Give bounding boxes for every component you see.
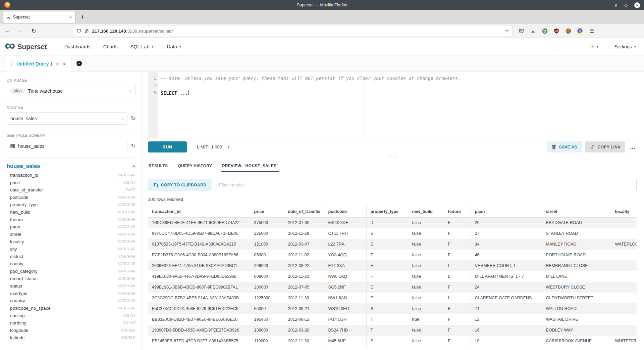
- save-as-button[interactable]: SAVE AS: [547, 141, 582, 152]
- table-header-cell-price[interactable]: price: [250, 206, 284, 217]
- table-cell: S: [366, 303, 408, 314]
- tracking-shield-icon[interactable]: [76, 29, 82, 34]
- browser-tab[interactable]: ∞ Superset ×: [3, 11, 75, 23]
- copy-link-button[interactable]: COPY LINK: [585, 141, 626, 152]
- privacy-extension-icon[interactable]: [542, 28, 548, 34]
- cookie-extension-icon[interactable]: [565, 28, 571, 34]
- table-cell: M45 6UP: [324, 336, 366, 346]
- window-minimize-button[interactable]: ∨: [614, 3, 618, 8]
- refresh-schema-icon[interactable]: ↻: [131, 116, 136, 121]
- settings-menu[interactable]: Settings ▼: [614, 44, 637, 49]
- table-cell: 2012-03-07: [284, 239, 324, 250]
- drag-handle-icon[interactable]: ⋮: [9, 61, 13, 67]
- insecure-lock-icon[interactable]: [84, 29, 89, 34]
- window-close-button[interactable]: ×: [634, 2, 640, 8]
- tab-results[interactable]: RESULTS: [148, 160, 168, 172]
- url-bar[interactable]: 217.160.120.143:32393/superset/sqllab/ ☆: [73, 26, 513, 36]
- table-cell: 138000: [250, 325, 284, 336]
- colorful-extension-icon[interactable]: [577, 28, 583, 34]
- table-cell: 1225000: [250, 293, 284, 303]
- new-tab-button[interactable]: +: [78, 12, 87, 22]
- table-cell: 195450: [250, 314, 284, 325]
- forward-button[interactable]: →: [18, 28, 23, 34]
- nav-item-data[interactable]: Data▼: [167, 44, 182, 49]
- downloads-icon[interactable]: [530, 28, 536, 34]
- chevron-down-icon: ▼: [634, 45, 637, 48]
- table-cell: T: [366, 250, 408, 260]
- filter-results-input[interactable]: [215, 179, 637, 191]
- add-query-tab-button[interactable]: +: [71, 55, 87, 71]
- table-cell: D: [366, 282, 408, 293]
- refresh-table-icon[interactable]: ↻: [131, 143, 136, 149]
- unsaved-indicator-dot: [56, 62, 59, 65]
- table-header-cell-transaction_id[interactable]: transaction_id: [148, 206, 250, 217]
- column-type: VARCHAR: [118, 254, 136, 258]
- nav-item-dashboards[interactable]: Dashboards: [64, 44, 91, 49]
- table-cell: T: [366, 325, 408, 336]
- bookmark-star-icon[interactable]: ☆: [505, 28, 509, 34]
- column-type: VARCHAR: [118, 269, 136, 273]
- chevron-up-icon[interactable]: ∧: [132, 164, 136, 169]
- table-header-cell-paon[interactable]: paon: [471, 206, 542, 217]
- schema-column-row: northingBIGINT: [7, 319, 136, 326]
- schema-column-row: record_statusVARCHAR: [7, 275, 136, 282]
- query-tab-close-icon[interactable]: ×: [63, 61, 66, 67]
- limit-dropdown[interactable]: LIMIT: 1 000 ▼: [197, 144, 230, 149]
- new-item-button[interactable]: + ▼: [591, 43, 599, 50]
- sql-editor[interactable]: 123 -- Note: Unless you save your query,…: [148, 72, 637, 138]
- table-name-link[interactable]: house_sales: [7, 163, 40, 169]
- schema-select[interactable]: house_sales ∨: [7, 112, 127, 125]
- table-header-cell-property_type[interactable]: property_type: [366, 206, 408, 217]
- schema-column-row: new_buildBOOLEAN: [7, 208, 136, 216]
- hamburger-menu-icon[interactable]: ☰: [589, 28, 595, 34]
- column-name: ppd_category: [10, 269, 38, 274]
- table-cell: BODLEY WAY: [542, 325, 611, 336]
- table-cell: [611, 271, 637, 282]
- superset-logo[interactable]: ∞ Superset: [5, 43, 47, 51]
- table-cell: 2012-08-22: [284, 260, 324, 271]
- table-select[interactable]: house_sales: [7, 140, 127, 152]
- nav-item-sql-lab[interactable]: SQL Lab▼: [130, 44, 154, 49]
- nav-menu: DashboardsChartsSQL Lab▼Data▼: [64, 44, 182, 49]
- table-row: 193907D3-5DBD-453D-A49E-9FEE27DAB9261380…: [148, 325, 637, 336]
- table-cell: F: [366, 293, 408, 303]
- table-cell: S: [366, 239, 408, 250]
- column-type: VARCHAR: [118, 291, 136, 295]
- nav-item-charts[interactable]: Charts: [103, 44, 118, 49]
- pane-resize-handle[interactable]: [142, 155, 644, 158]
- column-type: VARCHAR: [118, 203, 136, 207]
- column-name: transaction_id: [10, 173, 38, 178]
- pocket-icon[interactable]: [518, 28, 524, 34]
- more-actions-button[interactable]: ...: [629, 144, 637, 150]
- svg-text:uO: uO: [555, 30, 558, 32]
- table-header-cell-postcode[interactable]: postcode: [324, 206, 366, 217]
- column-name: easting: [10, 313, 25, 318]
- superset-brand-text: Superset: [17, 43, 47, 51]
- tab-close-icon[interactable]: ×: [69, 15, 72, 20]
- table-header-cell-tenure[interactable]: tenure: [444, 206, 471, 217]
- query-tab-active[interactable]: ⋮ Untitled Query 1 ×: [6, 56, 71, 72]
- table-cell: F: [444, 303, 471, 314]
- table-header-cell-new_build[interactable]: new_build: [408, 206, 444, 217]
- chevron-down-icon: ∨: [120, 116, 124, 121]
- table-cell: 2012-07-05: [284, 282, 324, 293]
- schema-column-row: priceBIGINT: [7, 179, 136, 186]
- copy-to-clipboard-button[interactable]: COPY TO CLIPBOARD: [148, 179, 212, 191]
- plus-icon: +: [591, 43, 595, 50]
- table-header-cell-street[interactable]: street: [542, 206, 611, 217]
- tab-query-history[interactable]: QUERY HISTORY: [177, 160, 213, 172]
- schema-column-row: date_of_transferDATE: [7, 186, 136, 193]
- table-header-cell-locality[interactable]: locality: [611, 206, 637, 217]
- table-cell: false: [408, 303, 444, 314]
- table-header-cell-date_of_transfer[interactable]: date_of_transfer: [284, 206, 324, 217]
- window-maximize-button[interactable]: ◇: [624, 3, 628, 8]
- run-button[interactable]: RUN: [148, 141, 187, 152]
- back-button[interactable]: ←: [5, 28, 10, 34]
- reload-button[interactable]: ↻: [32, 28, 36, 34]
- table-row: 98F5DC47-0D05-4D59-95B7-98CA6F1FDE052250…: [148, 228, 637, 239]
- ublock-icon[interactable]: uO: [553, 28, 559, 34]
- table-cell: 1B5C39ED-BE7F-41EF-9E71-9C60EED74A22: [148, 217, 250, 228]
- database-select[interactable]: trino Trino warehouse ∨: [7, 85, 136, 97]
- tab-preview-house_sales[interactable]: PREVIEW: `HOUSE_SALES`: [221, 160, 278, 172]
- table-cell: WHITEFIELD: [611, 336, 637, 346]
